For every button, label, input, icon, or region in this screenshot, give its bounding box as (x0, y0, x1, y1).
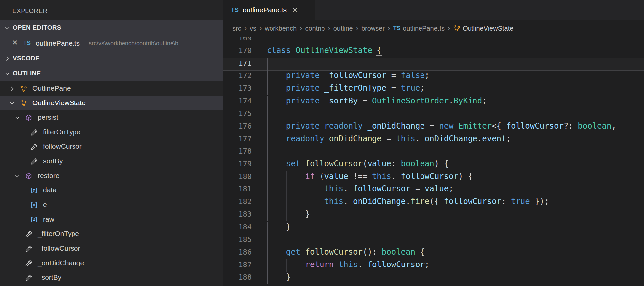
symbol-class-icon (453, 25, 460, 32)
breadcrumb-item-label: vs (250, 25, 256, 32)
outline-item-filterOnType[interactable]: filterOnType (0, 125, 223, 140)
chevron-down-icon[interactable] (14, 173, 21, 179)
sidebar-sections: OPEN EDITORS ✕ TS outlinePane.ts src\vs\… (0, 20, 223, 81)
chevron-down-icon (4, 25, 11, 31)
breadcrumb-separator: › (244, 25, 247, 32)
line-number: 179 (223, 160, 252, 168)
breadcrumb-item-label: outline (333, 25, 353, 32)
section-header-outline[interactable]: OUTLINE (0, 66, 223, 81)
chevron-down-icon (4, 70, 11, 77)
code-line-186[interactable]: 186 get followCursor(): boolean { (223, 247, 644, 259)
symbol-class-icon (20, 85, 27, 92)
symbol-property-icon (25, 230, 32, 238)
outline-item-OutlinePane[interactable]: OutlinePane (0, 81, 223, 96)
open-editor-item-outlinepane[interactable]: ✕ TS outlinePane.ts src\vs\workbench\con… (0, 36, 223, 51)
code-line-185[interactable]: 185 (223, 234, 644, 247)
code-editor[interactable]: 169170class OutlineViewState {171172 pri… (223, 0, 644, 286)
breadcrumb-item-vs[interactable]: vs (250, 25, 256, 32)
outline-item-data[interactable]: data (0, 183, 223, 198)
symbol-property-icon (25, 260, 32, 267)
line-number: 187 (223, 261, 252, 269)
tree-indent-guide (10, 110, 10, 285)
outline-item-label: e (43, 201, 47, 209)
breadcrumb-item-label: browser (361, 25, 385, 32)
code-text: readonly onDidChange = this._onDidChange… (267, 134, 511, 143)
code-line-184[interactable]: 184 } (223, 222, 644, 234)
outline-item-_sortBy[interactable]: _sortBy (0, 270, 223, 285)
code-line-181[interactable]: 181 this._followCursor = value; (223, 184, 644, 196)
outline-item-sortBy[interactable]: sortBy (0, 154, 223, 169)
code-text: class OutlineViewState { (267, 46, 382, 55)
breadcrumb-item-OutlineViewState[interactable]: OutlineViewState (453, 25, 513, 32)
outline-item-label: raw (43, 215, 54, 223)
symbol-field-icon (30, 201, 38, 209)
code-line-178[interactable]: 178 (223, 146, 644, 158)
outline-item-_filterOnType[interactable]: _filterOnType (0, 227, 223, 241)
code-text: if (value !== this._followCursor) { (267, 172, 472, 181)
code-line-173[interactable]: 173 private _filterOnType = true; (223, 83, 644, 95)
code-line-175[interactable]: 175 (223, 108, 644, 121)
outline-item-e[interactable]: e (0, 198, 223, 212)
symbol-property-icon (25, 274, 32, 281)
chevron-down-icon[interactable] (9, 100, 15, 106)
outline-item-label: followCursor (43, 143, 82, 150)
breadcrumb-separator: › (259, 25, 262, 32)
close-icon[interactable]: ✕ (12, 39, 18, 47)
line-number: 183 (223, 210, 252, 218)
symbol-property-icon (25, 245, 32, 252)
breadcrumb-item-workbench[interactable]: workbench (265, 25, 297, 32)
outline-item-raw[interactable]: raw (0, 212, 223, 227)
code-line-177[interactable]: 177 readonly onDidChange = this._onDidCh… (223, 133, 644, 146)
breadcrumb-item-outline[interactable]: outline (333, 25, 353, 32)
code-line-174[interactable]: 174 private _sortBy = OutlineSortOrder.B… (223, 96, 644, 108)
code-line-183[interactable]: 183 } (223, 209, 644, 221)
code-line-182[interactable]: 182 this._onDidChange.fire({ followCurso… (223, 196, 644, 209)
code-text: private readonly _onDidChange = new Emit… (267, 121, 616, 131)
outline-item-OutlineViewState[interactable]: OutlineViewState (0, 96, 223, 110)
breadcrumb-item-src[interactable]: src (232, 25, 241, 32)
outline-item-persist[interactable]: persist (0, 110, 223, 125)
indent-guide (267, 234, 268, 247)
outline-item-label: _filterOnType (38, 230, 79, 238)
section-header-vscode[interactable]: VSCODE (0, 51, 223, 66)
line-number: 172 (223, 71, 252, 80)
outline-item-label: restore (38, 172, 59, 180)
sidebar-title-bar: EXPLORER (0, 0, 223, 20)
breadcrumb-item-label: outlinePane.ts (403, 25, 445, 32)
indent-guide (267, 58, 268, 70)
code-line-187[interactable]: 187 return this._followCursor; (223, 259, 644, 272)
line-number: 186 (223, 248, 252, 256)
outline-item-_onDidChange[interactable]: _onDidChange (0, 256, 223, 270)
outline-item-label: _sortBy (38, 273, 61, 281)
line-number: 188 (223, 273, 252, 281)
outline-item-label: _followCursor (38, 244, 80, 252)
code-line-171[interactable]: 171 (223, 58, 644, 71)
chevron-right-icon[interactable] (9, 85, 15, 92)
code-text: get followCursor(): boolean { (267, 247, 425, 257)
breadcrumb-item-browser[interactable]: browser (361, 25, 385, 32)
code-line-180[interactable]: 180 if (value !== this._followCursor) { (223, 171, 644, 184)
line-number: 181 (223, 185, 252, 193)
outline-item-followCursor[interactable]: followCursor (0, 140, 223, 154)
line-number: 174 (223, 97, 252, 105)
outline-item-label: _onDidChange (38, 259, 84, 267)
symbol-field-icon (30, 187, 38, 194)
symbol-property-icon (30, 129, 38, 136)
breadcrumb-item-contrib[interactable]: contrib (305, 25, 325, 32)
code-line-188[interactable]: 188 } (223, 272, 644, 284)
code-line-170[interactable]: 170class OutlineViewState { (223, 45, 644, 58)
open-editor-filepath: src\vs\workbench\contrib\outline\b... (89, 40, 183, 47)
chevron-down-icon[interactable] (14, 114, 21, 121)
breadcrumb-item-outlinePane.ts[interactable]: TSoutlinePane.ts (393, 25, 445, 32)
outline-item-_followCursor[interactable]: _followCursor (0, 241, 223, 256)
outline-item-label: OutlinePane (32, 84, 71, 92)
typescript-file-icon: TS (393, 25, 400, 32)
section-label: OPEN EDITORS (13, 24, 61, 31)
section-header-open-editors[interactable]: OPEN EDITORS (0, 20, 223, 36)
code-line-172[interactable]: 172 private _followCursor = false; (223, 70, 644, 83)
code-line-179[interactable]: 179 set followCursor(value: boolean) { (223, 158, 644, 171)
code-line-176[interactable]: 176 private readonly _onDidChange = new … (223, 121, 644, 133)
outline-item-restore[interactable]: restore (0, 169, 223, 183)
section-label: VSCODE (13, 55, 40, 62)
code-text: } (267, 209, 310, 219)
